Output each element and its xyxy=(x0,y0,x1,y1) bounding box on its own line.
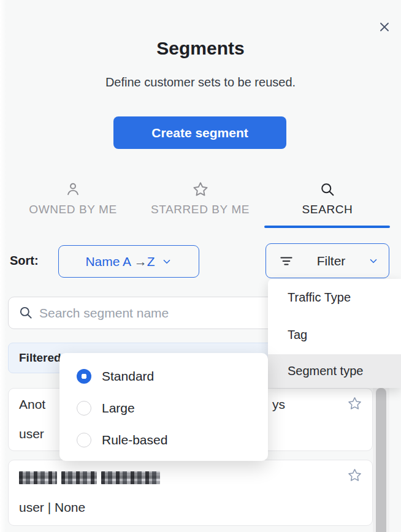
filter-dropdown-menu: Traffic Type Tag Segment type xyxy=(268,279,401,388)
segment-title-fragment: ys xyxy=(272,397,285,412)
scrollbar-thumb[interactable] xyxy=(376,388,386,532)
chevron-down-icon xyxy=(161,256,172,267)
sort-value: Name A →Z xyxy=(85,254,155,269)
search-icon xyxy=(319,181,336,198)
close-button[interactable] xyxy=(376,18,393,36)
tab-owned-by-me[interactable]: OWNED BY ME xyxy=(12,181,134,224)
filter-label: Filter xyxy=(294,254,368,268)
page-subtitle: Define customer sets to be reused. xyxy=(0,75,401,89)
chevron-down-icon xyxy=(368,256,379,267)
close-icon xyxy=(378,21,391,33)
search-icon xyxy=(18,305,34,321)
tab-owned-label: OWNED BY ME xyxy=(29,203,117,216)
active-tab-underline xyxy=(264,226,390,228)
radio-option-large[interactable]: Large xyxy=(59,392,268,424)
create-segment-button[interactable]: Create segment xyxy=(113,116,286,149)
segment-list-item[interactable]: user | None xyxy=(8,460,373,526)
radio-unselected-icon xyxy=(77,401,91,416)
tab-starred-label: STARRED BY ME xyxy=(151,203,250,216)
segment-title-fragment: Anot xyxy=(19,397,45,412)
segments-drawer: Segments Define customer sets to be reus… xyxy=(0,0,401,532)
filter-dropdown-button[interactable]: Filter xyxy=(265,243,389,278)
sort-dropdown[interactable]: Name A →Z xyxy=(58,245,199,278)
star-icon[interactable] xyxy=(347,396,362,411)
menu-item-traffic-type[interactable]: Traffic Type xyxy=(268,279,401,316)
radio-selected-icon xyxy=(77,369,91,384)
radio-unselected-icon xyxy=(77,433,91,447)
star-icon xyxy=(192,181,209,198)
tab-search-label: SEARCH xyxy=(302,203,353,216)
menu-item-segment-type[interactable]: Segment type xyxy=(268,354,401,388)
segment-type-popup: Standard Large Rule-based xyxy=(59,353,268,461)
tab-starred-by-me[interactable]: STARRED BY ME xyxy=(140,181,261,224)
segment-subtitle: user | None xyxy=(19,500,85,515)
radio-option-standard[interactable]: Standard xyxy=(59,360,268,392)
tab-search[interactable]: SEARCH xyxy=(265,181,389,224)
radio-option-rule-based[interactable]: Rule-based xyxy=(59,424,268,456)
segment-title-redacted xyxy=(19,471,160,484)
star-icon[interactable] xyxy=(347,468,362,483)
filter-lines-icon xyxy=(278,253,294,269)
menu-item-tag[interactable]: Tag xyxy=(268,316,401,354)
page-title: Segments xyxy=(0,38,401,59)
segment-subtitle: user xyxy=(19,427,44,441)
sort-label: Sort: xyxy=(10,254,39,268)
person-icon xyxy=(64,181,82,198)
